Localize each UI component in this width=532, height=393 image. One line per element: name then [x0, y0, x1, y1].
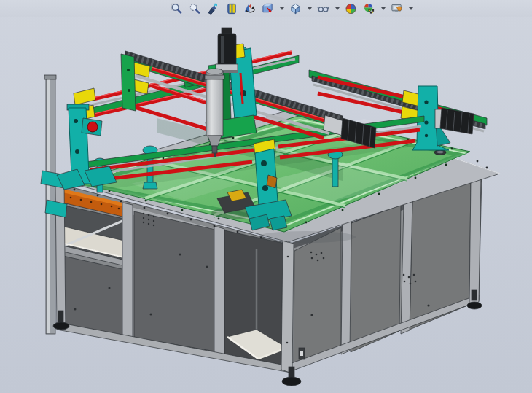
zoom-in-out-icon — [207, 2, 219, 15]
view-orientation-icon — [262, 2, 274, 15]
z-axis-motor — [216, 28, 238, 73]
chevron-down-icon — [335, 7, 340, 10]
display-style-dropdown[interactable] — [307, 1, 312, 15]
hide-show-items-dropdown[interactable] — [335, 1, 340, 15]
view-orientation-button[interactable] — [261, 1, 275, 15]
chevron-down-icon — [381, 7, 386, 10]
zoom-to-fit-icon — [171, 2, 183, 15]
rotate-view-button[interactable] — [243, 1, 257, 15]
chevron-down-icon — [308, 7, 312, 10]
view-settings-dropdown[interactable] — [408, 1, 413, 15]
chevron-down-icon — [409, 7, 413, 10]
zoom-to-area-button[interactable] — [188, 1, 202, 15]
display-style-button[interactable] — [289, 1, 302, 15]
apply-scene-icon — [363, 2, 375, 15]
zoom-to-selection-button[interactable] — [224, 1, 238, 15]
zoom-to-area-icon — [189, 2, 201, 15]
open-bay — [224, 230, 287, 370]
apply-scene-button[interactable] — [362, 1, 376, 15]
edit-appearance-button[interactable] — [344, 1, 358, 15]
hide-show-items-icon — [317, 2, 329, 15]
view-orientation-dropdown[interactable] — [279, 1, 284, 15]
viewport-canvas[interactable] — [0, 0, 532, 393]
chevron-down-icon — [280, 7, 284, 10]
corner-post — [281, 241, 294, 373]
view-settings-icon — [391, 2, 403, 15]
beam-end-plate — [121, 54, 136, 111]
edit-appearance-icon — [345, 2, 357, 15]
display-style-icon — [289, 2, 302, 15]
rotate-view-icon — [243, 2, 256, 15]
application-window — [0, 0, 532, 393]
apply-scene-dropdown[interactable] — [380, 1, 386, 15]
zoom-in-out-button[interactable] — [206, 1, 220, 15]
zoom-to-fit-button[interactable] — [170, 1, 184, 15]
hide-show-items-button[interactable] — [316, 1, 330, 15]
zoom-to-selection-icon — [225, 2, 238, 15]
view-toolbar — [0, 0, 532, 17]
view-settings-button[interactable] — [390, 1, 404, 15]
